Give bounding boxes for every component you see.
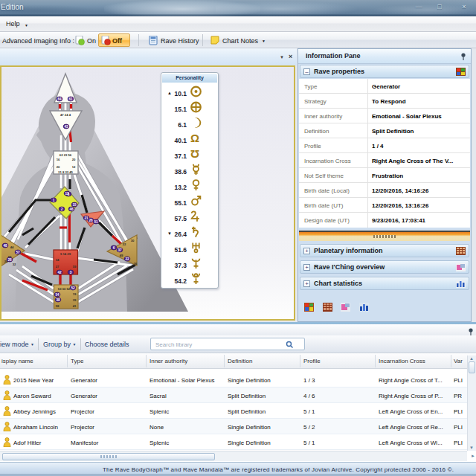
svg-text:43: 43 (64, 125, 68, 129)
svg-text:22: 22 (123, 242, 126, 246)
svg-text:59: 59 (73, 265, 77, 268)
svg-text:54: 54 (55, 293, 60, 297)
svg-text:26: 26 (89, 219, 93, 222)
svg-text:48: 48 (3, 244, 7, 248)
svg-text:15: 15 (72, 203, 77, 207)
svg-text:57: 57 (16, 251, 20, 254)
svg-text:21: 21 (84, 216, 89, 220)
svg-text:32: 32 (13, 263, 16, 266)
svg-text:30: 30 (131, 239, 135, 242)
svg-text:42: 42 (57, 271, 62, 274)
svg-text:5 14 29: 5 14 29 (60, 252, 71, 256)
svg-text:37: 37 (118, 248, 122, 252)
svg-text:6: 6 (113, 246, 115, 250)
svg-text:58: 58 (56, 304, 60, 308)
svg-text:46: 46 (69, 208, 74, 211)
svg-text:20: 20 (72, 158, 76, 161)
svg-text:47 24 4: 47 24 4 (60, 113, 71, 117)
svg-text:16: 16 (57, 158, 60, 161)
svg-text:31 8 33 45: 31 8 33 45 (58, 170, 73, 174)
svg-text:53 60 52: 53 60 52 (58, 287, 71, 291)
svg-text:3: 3 (70, 271, 72, 274)
svg-text:20: 20 (57, 165, 60, 169)
svg-text:51: 51 (94, 220, 98, 224)
svg-text:13: 13 (65, 192, 69, 196)
svg-text:39: 39 (73, 298, 77, 302)
svg-text:28: 28 (7, 258, 12, 262)
svg-text:34: 34 (56, 258, 60, 262)
svg-text:22: 22 (125, 257, 129, 261)
svg-text:27: 27 (56, 265, 60, 268)
svg-text:2: 2 (61, 208, 63, 211)
svg-text:61: 61 (68, 97, 73, 101)
svg-text:1: 1 (53, 199, 55, 202)
svg-text:19: 19 (73, 292, 77, 296)
svg-text:52: 52 (71, 286, 75, 290)
svg-text:64: 64 (57, 97, 62, 101)
svg-text:38: 38 (56, 298, 60, 302)
svg-text:62 23 56: 62 23 56 (60, 153, 72, 157)
svg-text:49: 49 (120, 254, 123, 257)
svg-text:44: 44 (10, 245, 14, 249)
svg-text:36: 36 (134, 262, 138, 266)
svg-text:41: 41 (73, 304, 77, 308)
svg-text:12: 12 (72, 165, 76, 169)
